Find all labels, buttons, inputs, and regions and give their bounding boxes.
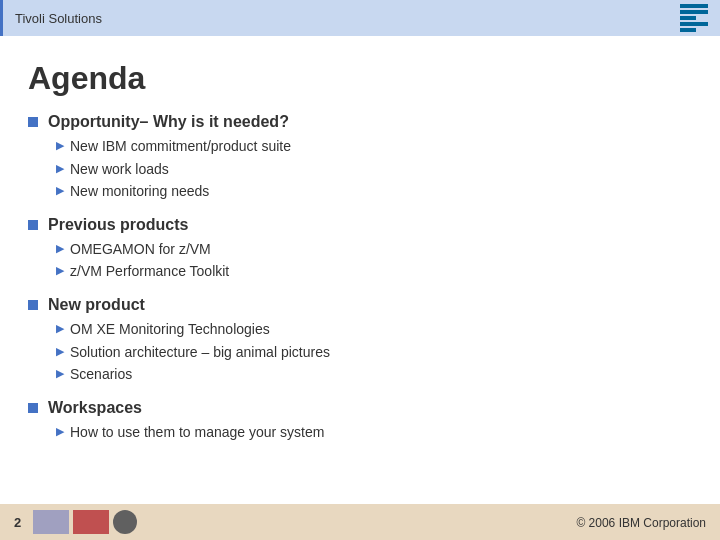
footer-image-2 bbox=[73, 510, 109, 534]
footer-right: © 2006 IBM Corporation bbox=[576, 513, 706, 531]
list-arrow-icon: ▶ bbox=[56, 345, 64, 358]
ibm-stripe-5 bbox=[680, 28, 696, 32]
section-previous-products: Previous products▶OMEGAMON for z/VM▶z/VM… bbox=[28, 216, 692, 282]
ibm-stripe-3 bbox=[680, 16, 696, 20]
list-item: ▶Scenarios bbox=[56, 365, 692, 385]
list-item: ▶OM XE Monitoring Technologies bbox=[56, 320, 692, 340]
list-item: ▶OMEGAMON for z/VM bbox=[56, 240, 692, 260]
section-opportunity: Opportunity– Why is it needed?▶New IBM c… bbox=[28, 113, 692, 202]
section-items-workspaces: ▶How to use them to manage your system bbox=[28, 423, 692, 443]
list-item-text: OMEGAMON for z/VM bbox=[70, 240, 211, 260]
page-title: Agenda bbox=[28, 60, 692, 97]
section-header-new-product: New product bbox=[28, 296, 692, 314]
list-item-text: New work loads bbox=[70, 160, 169, 180]
ibm-logo bbox=[680, 4, 708, 32]
list-arrow-icon: ▶ bbox=[56, 425, 64, 438]
section-header-opportunity: Opportunity– Why is it needed? bbox=[28, 113, 692, 131]
header-title: Tivoli Solutions bbox=[15, 11, 102, 26]
section-bullet-previous-products bbox=[28, 220, 38, 230]
list-item-text: Solution architecture – big animal pictu… bbox=[70, 343, 330, 363]
section-workspaces: Workspaces▶How to use them to manage you… bbox=[28, 399, 692, 443]
list-arrow-icon: ▶ bbox=[56, 322, 64, 335]
footer-copyright: © 2006 IBM Corporation bbox=[576, 516, 706, 530]
ibm-stripe-1 bbox=[680, 4, 708, 8]
section-bullet-new-product bbox=[28, 300, 38, 310]
section-header-workspaces: Workspaces bbox=[28, 399, 692, 417]
list-arrow-icon: ▶ bbox=[56, 162, 64, 175]
footer-page-number: 2 bbox=[14, 515, 21, 530]
list-item: ▶z/VM Performance Toolkit bbox=[56, 262, 692, 282]
ibm-stripe-2 bbox=[680, 10, 708, 14]
list-item-text: How to use them to manage your system bbox=[70, 423, 324, 443]
section-items-new-product: ▶OM XE Monitoring Technologies▶Solution … bbox=[28, 320, 692, 385]
list-item: ▶New IBM commitment/product suite bbox=[56, 137, 692, 157]
list-item-text: z/VM Performance Toolkit bbox=[70, 262, 229, 282]
section-items-previous-products: ▶OMEGAMON for z/VM▶z/VM Performance Tool… bbox=[28, 240, 692, 282]
list-arrow-icon: ▶ bbox=[56, 367, 64, 380]
sections-container: Opportunity– Why is it needed?▶New IBM c… bbox=[28, 113, 692, 442]
header: Tivoli Solutions bbox=[0, 0, 720, 36]
section-header-previous-products: Previous products bbox=[28, 216, 692, 234]
list-item-text: OM XE Monitoring Technologies bbox=[70, 320, 270, 340]
section-items-opportunity: ▶New IBM commitment/product suite▶New wo… bbox=[28, 137, 692, 202]
list-item: ▶New work loads bbox=[56, 160, 692, 180]
section-title-previous-products: Previous products bbox=[48, 216, 188, 234]
list-item: ▶New monitoring needs bbox=[56, 182, 692, 202]
list-arrow-icon: ▶ bbox=[56, 242, 64, 255]
list-item: ▶How to use them to manage your system bbox=[56, 423, 692, 443]
section-title-workspaces: Workspaces bbox=[48, 399, 142, 417]
footer: 2 © 2006 IBM Corporation bbox=[0, 504, 720, 540]
list-item-text: New IBM commitment/product suite bbox=[70, 137, 291, 157]
section-title-new-product: New product bbox=[48, 296, 145, 314]
section-new-product: New product▶OM XE Monitoring Technologie… bbox=[28, 296, 692, 385]
footer-image-3 bbox=[113, 510, 137, 534]
ibm-stripe-4 bbox=[680, 22, 708, 26]
list-arrow-icon: ▶ bbox=[56, 264, 64, 277]
list-item-text: New monitoring needs bbox=[70, 182, 209, 202]
footer-left: 2 bbox=[14, 510, 137, 534]
list-arrow-icon: ▶ bbox=[56, 139, 64, 152]
main-content: Agenda Opportunity– Why is it needed?▶Ne… bbox=[0, 36, 720, 472]
ibm-logo-stripes bbox=[680, 4, 708, 32]
section-bullet-opportunity bbox=[28, 117, 38, 127]
list-item-text: Scenarios bbox=[70, 365, 132, 385]
section-bullet-workspaces bbox=[28, 403, 38, 413]
list-item: ▶Solution architecture – big animal pict… bbox=[56, 343, 692, 363]
footer-image-1 bbox=[33, 510, 69, 534]
section-title-opportunity: Opportunity– Why is it needed? bbox=[48, 113, 289, 131]
list-arrow-icon: ▶ bbox=[56, 184, 64, 197]
